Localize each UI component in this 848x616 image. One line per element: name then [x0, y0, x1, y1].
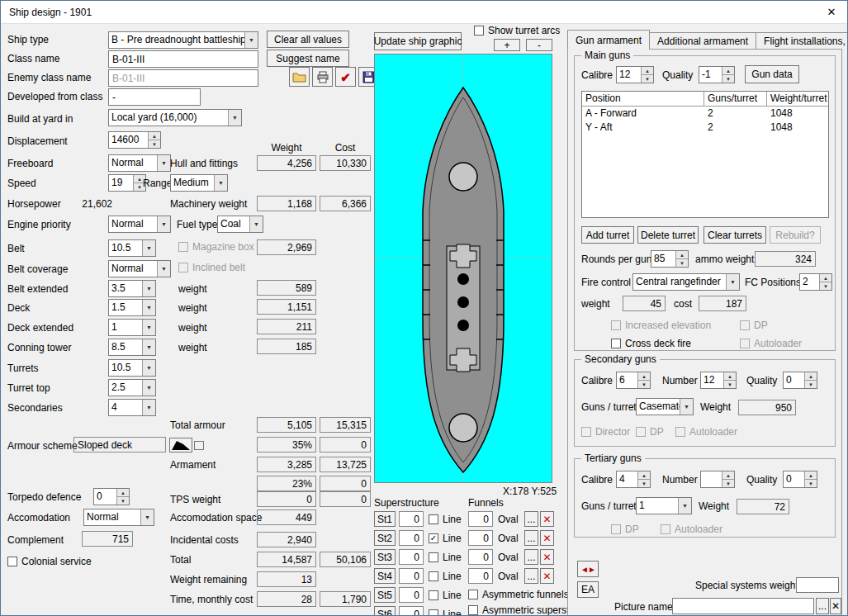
checkbox-box[interactable]: ✓	[429, 533, 438, 543]
range-select[interactable]: Medium	[170, 174, 228, 192]
chevron-down-icon[interactable]	[142, 300, 155, 315]
st4-value[interactable]: 0	[399, 568, 424, 584]
funnel2-value[interactable]: 0	[468, 530, 493, 546]
checkbox-box[interactable]	[429, 609, 438, 616]
ship-graphic-canvas[interactable]	[374, 54, 552, 483]
spin-up-icon[interactable]	[722, 67, 734, 75]
engine-priority-select[interactable]: Normal	[108, 216, 171, 233]
spin-down-icon[interactable]	[638, 480, 650, 487]
freeboard-select[interactable]: Normal	[108, 154, 171, 172]
st3-value[interactable]: 0	[399, 549, 424, 565]
spin-down-icon[interactable]	[805, 480, 817, 487]
spin-down-icon[interactable]	[638, 381, 650, 388]
accomodation-select[interactable]: Normal	[83, 509, 154, 526]
mg-calibre-spinner[interactable]: 12	[616, 66, 654, 83]
chevron-down-icon[interactable]	[228, 110, 241, 126]
print-button[interactable]	[312, 67, 333, 87]
delete-turret-button[interactable]: Delete turret	[637, 226, 699, 244]
belt-select[interactable]: 10.5	[108, 239, 156, 257]
spin-down-icon[interactable]	[117, 497, 129, 505]
checkbox-box[interactable]	[429, 590, 438, 600]
chevron-down-icon[interactable]	[157, 261, 170, 277]
funnel1-browse-button[interactable]: ...	[524, 511, 538, 527]
spin-up-icon[interactable]	[149, 132, 160, 140]
developed-from-input[interactable]	[108, 88, 201, 106]
chevron-down-icon[interactable]	[157, 155, 170, 171]
st5-value[interactable]: 0	[399, 587, 424, 603]
ship-type-select[interactable]: B - Pre dreadnought battleship	[108, 31, 258, 49]
special-systems-weight-input[interactable]	[796, 577, 839, 593]
turrets-select[interactable]: 10.5	[108, 359, 156, 377]
st6-button[interactable]: St6	[374, 606, 396, 616]
st5-button[interactable]: St5	[374, 587, 396, 603]
deck-extended-select[interactable]: 1	[108, 319, 156, 336]
checkbox-box[interactable]	[474, 26, 484, 36]
spin-down-icon[interactable]	[722, 75, 734, 83]
chevron-down-icon[interactable]	[142, 380, 155, 396]
spinner-buttons[interactable]	[819, 274, 831, 290]
checkbox-box[interactable]	[429, 571, 438, 581]
rounds-per-gun-spinner[interactable]: 85	[651, 250, 689, 268]
tab-flight-installations[interactable]: Flight installations, missiles	[756, 32, 848, 49]
secondaries-select[interactable]: 4	[108, 399, 156, 416]
st4-line-checkbox[interactable]: Line	[429, 571, 462, 582]
spin-up-icon[interactable]	[722, 471, 734, 480]
nav-arrows-button[interactable]: ◄►	[577, 561, 599, 577]
checkbox-box[interactable]	[429, 552, 438, 562]
st2-button[interactable]: St2	[374, 530, 396, 546]
mg-quality-spinner[interactable]: -1	[699, 66, 735, 83]
picture-name-input[interactable]	[672, 598, 814, 614]
checkbox-box[interactable]	[468, 605, 478, 615]
funnel1-value[interactable]: 0	[468, 511, 493, 527]
checkbox-box[interactable]	[468, 590, 478, 599]
spinner-buttons[interactable]	[722, 471, 734, 487]
tg-number-spinner[interactable]	[700, 471, 735, 488]
enemy-class-input[interactable]	[108, 69, 258, 87]
st4-button[interactable]: St4	[374, 568, 396, 584]
sg-calibre-spinner[interactable]: 6	[616, 372, 651, 389]
fire-control-select[interactable]: Central rangefinder	[632, 273, 740, 291]
st2-line-checkbox[interactable]: ✓ Line	[429, 533, 462, 544]
turret-row[interactable]: Y - Aft 2 1048	[582, 121, 828, 135]
add-turret-button[interactable]: Add turret	[581, 226, 634, 244]
spin-up-icon[interactable]	[638, 471, 650, 480]
chevron-down-icon[interactable]	[249, 216, 263, 232]
spin-down-icon[interactable]	[642, 75, 653, 83]
spin-up-icon[interactable]	[676, 251, 688, 259]
tg-quality-spinner[interactable]: 0	[783, 471, 817, 488]
st3-line-checkbox[interactable]: Line	[429, 552, 462, 563]
st6-value[interactable]: 0	[399, 606, 424, 616]
show-turret-arcs-checkbox[interactable]: Show turret arcs	[474, 25, 560, 36]
belt-extended-select[interactable]: 3.5	[108, 280, 156, 297]
clear-all-values-button[interactable]: Clear all values	[267, 31, 349, 48]
chevron-down-icon[interactable]	[680, 399, 693, 415]
spin-down-icon[interactable]	[149, 140, 160, 148]
spin-down-icon[interactable]	[724, 381, 736, 388]
spin-up-icon[interactable]	[805, 471, 817, 480]
update-ship-graphic-button[interactable]: Update ship graphic	[374, 32, 462, 50]
chevron-down-icon[interactable]	[142, 281, 155, 296]
sg-quality-spinner[interactable]: 0	[783, 372, 817, 389]
chevron-down-icon[interactable]	[157, 216, 170, 232]
funnel4-value[interactable]: 0	[468, 568, 493, 584]
colonial-service-checkbox[interactable]: Colonial service	[7, 556, 92, 567]
tg-calibre-spinner[interactable]: 4	[616, 471, 651, 488]
spin-up-icon[interactable]	[642, 67, 653, 75]
spinner-buttons[interactable]	[637, 471, 650, 487]
armour-scheme-field[interactable]: Sloped deck	[73, 437, 166, 453]
tab-gun-armament[interactable]: Gun armament	[567, 30, 650, 50]
armour-scheme-icon-button[interactable]	[169, 438, 192, 453]
chevron-down-icon[interactable]	[142, 339, 155, 355]
st3-button[interactable]: St3	[374, 549, 396, 565]
open-file-button[interactable]	[289, 67, 310, 87]
spin-down-icon[interactable]	[805, 381, 817, 388]
chevron-down-icon[interactable]	[142, 360, 155, 376]
clear-turrets-button[interactable]: Clear turrets	[704, 226, 766, 244]
conning-tower-select[interactable]: 8.5	[108, 339, 156, 356]
tab-additional-armament[interactable]: Additional armament	[649, 32, 756, 49]
tg-guns-turret-select[interactable]: 1	[636, 497, 692, 514]
validate-design-button[interactable]: ✔	[335, 67, 356, 87]
belt-coverage-select[interactable]: Normal	[108, 260, 171, 277]
chevron-down-icon[interactable]	[726, 274, 739, 290]
fuel-type-select[interactable]: Coal	[217, 216, 263, 233]
